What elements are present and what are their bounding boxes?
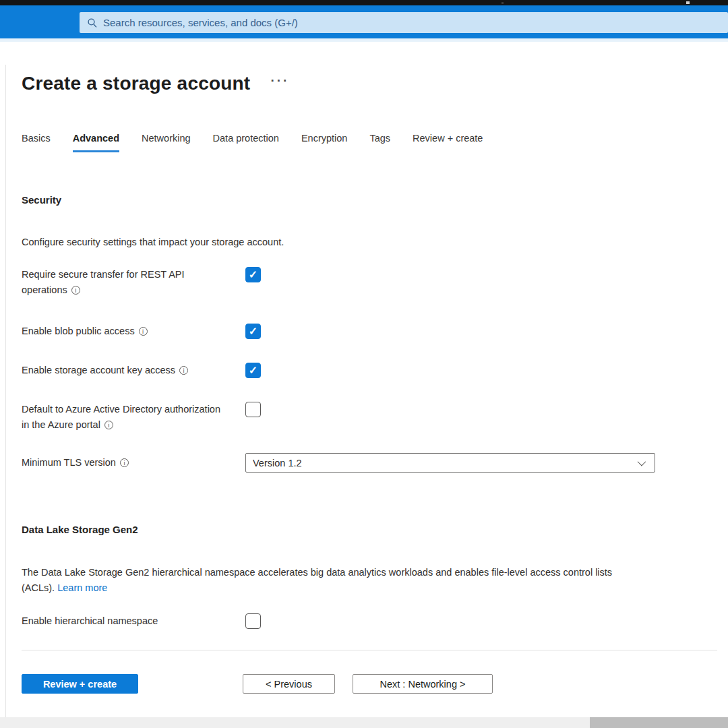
more-options-icon[interactable]: ··· [270, 73, 289, 88]
blade-left-edge [5, 65, 6, 717]
aad-authorization-checkbox[interactable] [245, 402, 261, 417]
footer-divider [22, 650, 717, 650]
chevron-down-icon [638, 458, 646, 466]
secure-transfer-checkbox[interactable] [245, 267, 261, 282]
topbar-shadow [0, 38, 728, 42]
setting-row-blob-public-access: Enable blob public access [22, 324, 706, 339]
global-search-box[interactable] [80, 12, 728, 33]
tab-tags[interactable]: Tags [369, 133, 390, 150]
info-icon[interactable] [104, 421, 113, 429]
search-input[interactable] [103, 17, 728, 28]
tab-basics[interactable]: Basics [22, 133, 51, 150]
page-title-text: Create a storage account [22, 73, 250, 94]
info-icon[interactable] [139, 327, 148, 336]
setting-row-secure-transfer: Require secure transfer for REST API ope… [22, 267, 706, 298]
tab-encryption[interactable]: Encryption [301, 133, 348, 150]
data-lake-section-heading: Data Lake Storage Gen2 [22, 524, 138, 535]
azure-top-bar [0, 5, 728, 38]
window-control-dot [502, 2, 504, 4]
tab-review-create[interactable]: Review + create [413, 133, 483, 150]
dropdown-selected-value: Version 1.2 [253, 458, 302, 468]
next-networking-button[interactable]: Next : Networking > [353, 674, 493, 694]
learn-more-link[interactable]: Learn more [57, 582, 107, 593]
account-key-access-checkbox[interactable] [245, 363, 261, 378]
setting-label: Enable storage account key access [22, 363, 224, 378]
minimum-tls-version-dropdown[interactable]: Version 1.2 [245, 453, 655, 473]
review-create-button[interactable]: Review + create [22, 674, 138, 694]
tab-networking[interactable]: Networking [142, 133, 191, 150]
blob-public-access-checkbox[interactable] [245, 324, 261, 339]
horizontal-scrollbar-track[interactable] [0, 717, 728, 728]
hierarchical-namespace-checkbox[interactable] [245, 613, 261, 629]
window-control-dot [686, 1, 690, 4]
info-icon[interactable] [120, 458, 129, 467]
security-section-description: Configure security settings that impact … [22, 235, 284, 250]
security-section-heading: Security [22, 194, 61, 206]
setting-label: Require secure transfer for REST API ope… [22, 267, 224, 298]
setting-label: Enable blob public access [22, 324, 224, 339]
search-icon [87, 18, 98, 28]
info-icon[interactable] [71, 286, 80, 295]
setting-row-aad-authorization: Default to Azure Active Directory author… [22, 402, 706, 433]
wizard-tabs: Basics Advanced Networking Data protecti… [22, 133, 483, 150]
setting-row-account-key-access: Enable storage account key access [22, 363, 706, 378]
data-lake-section-description: The Data Lake Storage Gen2 hierarchical … [22, 565, 636, 596]
tab-advanced[interactable]: Advanced [73, 133, 119, 150]
setting-label: Enable hierarchical namespace [22, 613, 224, 629]
setting-row-minimum-tls: Minimum TLS version Version 1.2 [22, 453, 706, 473]
horizontal-scrollbar-thumb[interactable] [590, 717, 728, 728]
setting-label: Default to Azure Active Directory author… [22, 402, 224, 433]
page-title: Create a storage account··· [22, 73, 289, 94]
window-titlebar [0, 0, 728, 5]
setting-row-hierarchical-namespace: Enable hierarchical namespace [22, 613, 706, 629]
setting-label: Minimum TLS version [22, 453, 224, 473]
tab-data-protection[interactable]: Data protection [213, 133, 279, 150]
info-icon[interactable] [179, 366, 188, 375]
previous-button[interactable]: < Previous [243, 674, 335, 694]
